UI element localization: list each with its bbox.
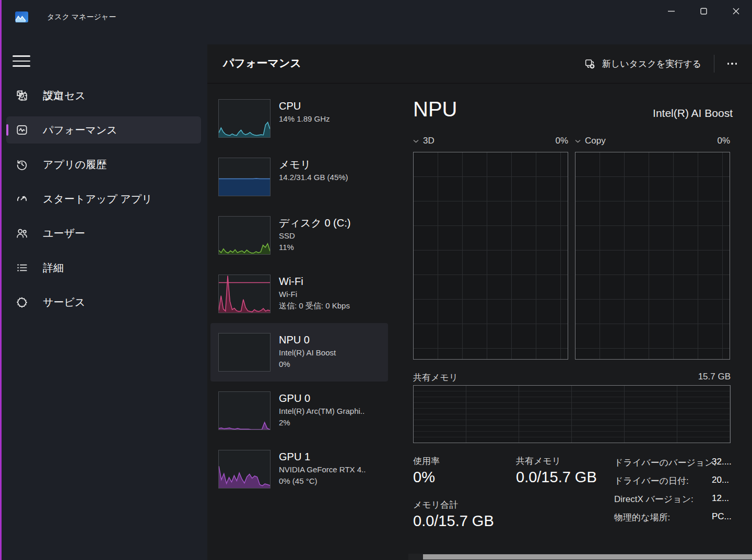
chart-headers: 3D 0% Copy 0% bbox=[413, 135, 733, 147]
chart-header-3d[interactable]: 3D 0% bbox=[413, 135, 568, 147]
driver-info: ドライバーのバージョン: 32.... ドライバーの日付: 20... Dire… bbox=[614, 457, 737, 523]
perf-item-title: Wi-Fi bbox=[279, 275, 350, 289]
kv-value: PC... bbox=[712, 511, 737, 523]
window-edge-accent bbox=[0, 0, 2, 560]
perf-item-wifi[interactable]: Wi-Fi Wi-Fi 送信: 0 受信: 0 Kbps bbox=[210, 265, 388, 323]
perf-item-line: 送信: 0 受信: 0 Kbps bbox=[279, 300, 350, 312]
perf-item-line: Intel(R) Arc(TM) Graphi.. bbox=[279, 406, 365, 417]
disk-mini-chart bbox=[218, 216, 271, 255]
chevron-down-icon bbox=[413, 139, 419, 143]
perf-item-line: 11% bbox=[279, 242, 350, 253]
detail-title: NPU bbox=[413, 97, 457, 121]
npu-3d-chart bbox=[413, 152, 568, 360]
perf-item-line: SSD bbox=[279, 230, 350, 242]
perf-item-cpu[interactable]: CPU 14% 1.89 GHz bbox=[210, 89, 388, 148]
hamburger-menu-icon[interactable] bbox=[11, 53, 31, 69]
kv-label: 物理的な場所: bbox=[614, 511, 712, 523]
main-panel: パフォーマンス 新しいタスクを実行する bbox=[207, 44, 752, 560]
perf-item-line: NVIDIA GeForce RTX 4.. bbox=[279, 464, 366, 475]
sidebar: プロセス パフォーマンス アプリの履歴 bbox=[0, 44, 207, 560]
usage-label: 使用率 bbox=[413, 456, 494, 467]
minimize-button[interactable] bbox=[655, 0, 687, 22]
shared-memory-max: 15.7 GB bbox=[698, 372, 731, 384]
chart-header-copy[interactable]: Copy 0% bbox=[575, 135, 730, 147]
npu-charts bbox=[413, 152, 733, 360]
shared-memory-header: 共有メモリ 15.7 GB bbox=[413, 372, 731, 384]
window-controls bbox=[655, 0, 752, 23]
perf-item-title: NPU 0 bbox=[279, 333, 336, 347]
kv-value: 32.... bbox=[712, 457, 737, 469]
perf-item-disk0[interactable]: ディスク 0 (C:) SSD 11% bbox=[210, 206, 388, 265]
perf-item-line: 14.2/31.4 GB (45%) bbox=[279, 172, 348, 183]
sidebar-item-settings[interactable]: 設定 bbox=[6, 82, 201, 109]
npu-copy-chart bbox=[575, 152, 730, 360]
perf-item-gpu1[interactable]: GPU 1 NVIDIA GeForce RTX 4.. 0% (45 °C) bbox=[210, 440, 388, 498]
task-manager-window: タスク マネージャー プロセス bbox=[0, 0, 752, 560]
cpu-mini-chart bbox=[218, 99, 271, 138]
perf-item-title: メモリ bbox=[279, 158, 348, 172]
wifi-mini-chart bbox=[218, 275, 271, 313]
horizontal-scrollbar[interactable] bbox=[408, 554, 752, 560]
perf-item-line: 2% bbox=[279, 417, 365, 428]
perf-item-line: 0% bbox=[279, 359, 336, 370]
shared-memory-stat-label: 共有メモリ bbox=[516, 456, 597, 467]
task-manager-app-icon bbox=[15, 10, 29, 24]
memory-total-value: 0.0/15.7 GB bbox=[413, 511, 494, 531]
perf-item-line: 14% 1.89 GHz bbox=[279, 113, 330, 125]
shared-memory-label: 共有メモリ bbox=[413, 372, 458, 384]
sidebar-item-label: 設定 bbox=[43, 89, 64, 103]
perf-item-line: 0% (45 °C) bbox=[279, 475, 366, 487]
shared-memory-chart bbox=[413, 385, 731, 443]
perf-item-line: Intel(R) AI Boost bbox=[279, 347, 336, 359]
kv-label: ドライバーのバージョン: bbox=[614, 457, 712, 469]
horizontal-scrollbar-thumb[interactable] bbox=[423, 554, 752, 559]
kv-label: ドライバーの日付: bbox=[614, 475, 712, 487]
memory-mini-chart bbox=[218, 158, 271, 196]
perf-item-memory[interactable]: メモリ 14.2/31.4 GB (45%) bbox=[210, 148, 388, 206]
chart-value: 0% bbox=[555, 136, 568, 146]
chevron-down-icon bbox=[575, 139, 581, 143]
titlebar: タスク マネージャー bbox=[0, 0, 752, 44]
chart-label: Copy bbox=[585, 136, 606, 146]
sidebar-bottom: 設定 bbox=[0, 82, 207, 555]
performance-list: CPU 14% 1.89 GHz メモリ 14.2/31.4 GB (45%) … bbox=[210, 89, 388, 498]
settings-gear-icon bbox=[16, 89, 28, 102]
maximize-button[interactable] bbox=[687, 0, 720, 22]
perf-item-title: GPU 1 bbox=[279, 450, 366, 464]
page-title: パフォーマンス bbox=[223, 56, 301, 70]
npu-mini-chart bbox=[218, 333, 271, 372]
perf-item-title: GPU 0 bbox=[279, 391, 365, 406]
close-button[interactable] bbox=[720, 0, 752, 22]
perf-item-title: ディスク 0 (C:) bbox=[279, 216, 350, 230]
gpu1-mini-chart bbox=[218, 450, 271, 488]
window-title: タスク マネージャー bbox=[47, 13, 116, 22]
usage-value: 0% bbox=[413, 467, 494, 487]
npu-stats: 使用率 0% メモリ合計 0.0/15.7 GB 共有メモリ 0.0/15.7 … bbox=[413, 456, 733, 560]
perf-item-gpu0[interactable]: GPU 0 Intel(R) Arc(TM) Graphi.. 2% bbox=[210, 382, 388, 440]
kv-label: DirectX バージョン: bbox=[614, 493, 712, 505]
npu-detail-panel: NPU Intel(R) AI Boost 3D 0% Copy 0% bbox=[413, 44, 733, 560]
detail-device-name: Intel(R) AI Boost bbox=[653, 107, 733, 121]
perf-item-title: CPU bbox=[279, 99, 330, 113]
kv-value: 12... bbox=[712, 493, 737, 505]
gpu0-mini-chart bbox=[218, 391, 271, 430]
kv-value: 20... bbox=[712, 475, 737, 487]
chart-label: 3D bbox=[423, 136, 434, 146]
perf-item-npu0[interactable]: NPU 0 Intel(R) AI Boost 0% bbox=[210, 323, 388, 382]
memory-total-label: メモリ合計 bbox=[413, 499, 494, 511]
shared-memory-stat-value: 0.0/15.7 GB bbox=[516, 467, 597, 487]
perf-item-line: Wi-Fi bbox=[279, 289, 350, 300]
chart-value: 0% bbox=[717, 136, 730, 146]
